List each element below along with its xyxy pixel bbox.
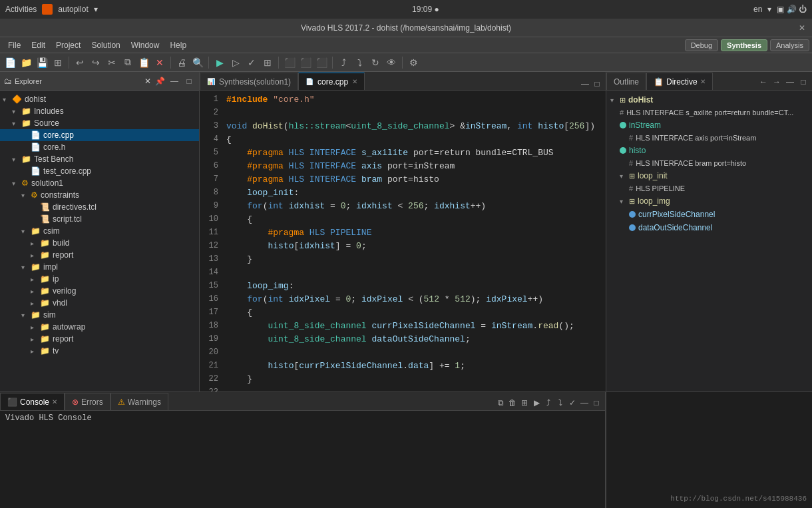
console-clear-btn[interactable]: 🗑 xyxy=(507,397,518,409)
tree-item-build[interactable]: ▸ 📁 build xyxy=(0,237,199,249)
tree-item-csim-report[interactable]: ▸ 📁 report xyxy=(0,249,199,261)
menu-help[interactable]: Help xyxy=(164,39,192,51)
console-copy-btn[interactable]: ⧉ xyxy=(495,397,507,409)
console-check-btn[interactable]: ✓ xyxy=(566,397,578,409)
toolbar-next[interactable]: ⬛ xyxy=(298,55,313,70)
explorer-maximize-btn[interactable]: □ xyxy=(183,75,195,87)
console-run-btn[interactable]: ▶ xyxy=(530,397,542,409)
toolbar-cut[interactable]: ✂ xyxy=(104,55,119,70)
toolbar-eye[interactable]: 👁 xyxy=(384,55,399,70)
console-expand-btn[interactable]: ⤵ xyxy=(554,397,566,409)
tab-errors[interactable]: ⊗ Errors xyxy=(65,393,110,410)
tree-item-constraints[interactable]: ▾ ⚙ constraints xyxy=(0,189,199,201)
directive-minimize-btn[interactable]: — xyxy=(784,76,796,88)
toolbar-new[interactable]: 📄 xyxy=(3,55,17,70)
analysis-button[interactable]: Analysis xyxy=(770,39,809,51)
toolbar-run[interactable]: ▶ xyxy=(212,55,227,70)
editor-minimize-btn[interactable]: — xyxy=(579,78,591,90)
console-minimize-btn[interactable]: — xyxy=(578,397,590,409)
outline-item-histo[interactable]: histo xyxy=(606,144,812,157)
cpp-tab-close[interactable]: ✕ xyxy=(352,78,357,85)
toolbar-print[interactable]: 🖨 xyxy=(174,55,189,70)
outline-item-axis[interactable]: # HLS INTERFACE axis port=inStream xyxy=(606,132,812,144)
toolbar-save-all[interactable]: ⊞ xyxy=(51,55,65,70)
console-tab-close[interactable]: ✕ xyxy=(52,398,57,405)
toolbar-save[interactable]: 💾 xyxy=(35,55,49,70)
tree-item-source[interactable]: ▾ 📁 Source xyxy=(0,117,199,129)
tree-item-core-cpp[interactable]: 📄 core.cpp xyxy=(0,129,199,141)
tab-core-cpp[interactable]: 📄 core.cpp ✕ xyxy=(298,73,365,90)
outline-item-curr-pixel[interactable]: currPixelSideChannel xyxy=(606,208,812,221)
toolbar-redo[interactable]: ↪ xyxy=(89,55,103,70)
tree-item-testbench[interactable]: ▾ 📁 Test Bench xyxy=(0,153,199,165)
tree-item-test-core[interactable]: 📄 test_core.cpp xyxy=(0,165,199,177)
console-export-btn[interactable]: ⤴ xyxy=(542,397,554,409)
window-controls[interactable]: ▣ 🔊 ⏻ xyxy=(777,5,807,14)
tree-item-script[interactable]: 📜 script.tcl xyxy=(0,213,199,225)
toolbar-check[interactable]: ✓ xyxy=(244,55,259,70)
tab-warnings[interactable]: ⚠ Warnings xyxy=(110,393,168,410)
menu-solution[interactable]: Solution xyxy=(86,39,125,51)
toolbar-search[interactable]: 🔍 xyxy=(190,55,205,70)
tree-item-sim-report[interactable]: ▸ 📁 report xyxy=(0,333,199,345)
tree-item-autowrap[interactable]: ▸ 📁 autowrap xyxy=(0,321,199,333)
tree-item-sim[interactable]: ▾ 📁 sim xyxy=(0,309,199,321)
outline-item-bram[interactable]: # HLS INTERFACE bram port=histo xyxy=(606,157,812,169)
toolbar-export[interactable]: ⤴ xyxy=(336,55,351,70)
toolbar-stop[interactable]: ⬛ xyxy=(314,55,329,70)
synthesis-button[interactable]: Synthesis xyxy=(721,39,767,51)
toolbar-misc[interactable]: ⚙ xyxy=(406,55,421,70)
tree-item-tv[interactable]: ▸ 📁 tv xyxy=(0,345,199,357)
editor-maximize-btn[interactable]: □ xyxy=(591,78,603,90)
toolbar-prev[interactable]: ⬛ xyxy=(282,55,297,70)
toolbar-refresh[interactable]: ↻ xyxy=(368,55,383,70)
outline-item-loop-img[interactable]: ▾ ⊞ loop_img xyxy=(606,194,812,208)
tree-item-includes[interactable]: ▾ 📁 Includes xyxy=(0,105,199,117)
code-editor[interactable]: 1 #include "core.h" 2 3 void doHist(hls:… xyxy=(200,91,606,391)
tree-item-impl[interactable]: ▾ 📁 impl xyxy=(0,261,199,273)
toolbar-grid[interactable]: ⊞ xyxy=(260,55,275,70)
tab-outline[interactable]: Outline xyxy=(606,73,646,90)
outline-item-loop-init[interactable]: ▾ ⊞ loop_init xyxy=(606,169,812,182)
console-maximize-btn[interactable]: □ xyxy=(590,397,602,409)
close-window-btn[interactable]: ✕ xyxy=(799,23,805,33)
directive-maximize-btn[interactable]: □ xyxy=(797,76,809,88)
tree-item-csim[interactable]: ▾ 📁 csim xyxy=(0,225,199,237)
directive-forward-btn[interactable]: → xyxy=(771,76,783,88)
outline-item-dohist[interactable]: ▾ ⊞ doHist xyxy=(606,93,812,107)
tree-item-verilog[interactable]: ▸ 📁 verilog xyxy=(0,285,199,297)
app-name[interactable]: autopilot xyxy=(58,5,88,14)
tree-item-dohist[interactable]: ▾ 🔶 dohist xyxy=(0,93,199,105)
toolbar-copy[interactable]: ⧉ xyxy=(120,55,135,70)
toolbar-undo[interactable]: ↩ xyxy=(73,55,87,70)
tree-item-core-h[interactable]: 📄 core.h xyxy=(0,141,199,153)
tree-item-vhdl[interactable]: ▸ 📁 vhdl xyxy=(0,297,199,309)
tree-item-solution1[interactable]: ▾ ⚙ solution1 xyxy=(0,177,199,189)
tab-directive[interactable]: 📋 Directive ✕ xyxy=(646,73,713,90)
toolbar-import[interactable]: ⤵ xyxy=(352,55,367,70)
toolbar-paste[interactable]: 📋 xyxy=(136,55,151,70)
explorer-minimize-btn[interactable]: — xyxy=(168,75,180,87)
toolbar-open[interactable]: 📁 xyxy=(19,55,33,70)
tree-item-directives[interactable]: 📜 directives.tcl xyxy=(0,201,199,213)
outline-item-pipeline-init[interactable]: # HLS PIPELINE xyxy=(606,182,812,194)
toolbar-run2[interactable]: ▷ xyxy=(228,55,243,70)
editor-panel: 📊 Synthesis(solution1) 📄 core.cpp ✕ — □ … xyxy=(200,72,606,391)
outline-item-data-out[interactable]: dataOutSideChannel xyxy=(606,221,812,234)
activities-label[interactable]: Activities xyxy=(5,5,37,14)
outline-item-instream[interactable]: inStream xyxy=(606,119,812,132)
explorer-pin-btn[interactable]: 📌 xyxy=(154,75,166,87)
tree-item-ip[interactable]: ▸ 📁 ip xyxy=(0,273,199,285)
directive-back-btn[interactable]: ← xyxy=(757,76,769,88)
debug-button[interactable]: Debug xyxy=(685,39,718,51)
menu-window[interactable]: Window xyxy=(126,39,165,51)
menu-edit[interactable]: Edit xyxy=(26,39,51,51)
outline-item-axilite[interactable]: # HLS INTERFACE s_axilite port=return bu… xyxy=(606,107,812,119)
console-filter-btn[interactable]: ⊞ xyxy=(518,397,530,409)
tab-console[interactable]: ⬛ Console ✕ xyxy=(0,393,65,410)
toolbar-delete[interactable]: ✕ xyxy=(152,55,167,70)
directive-tab-close[interactable]: ✕ xyxy=(700,78,706,85)
menu-file[interactable]: File xyxy=(3,39,26,51)
tab-synthesis[interactable]: 📊 Synthesis(solution1) xyxy=(200,73,298,90)
menu-project[interactable]: Project xyxy=(51,39,86,51)
